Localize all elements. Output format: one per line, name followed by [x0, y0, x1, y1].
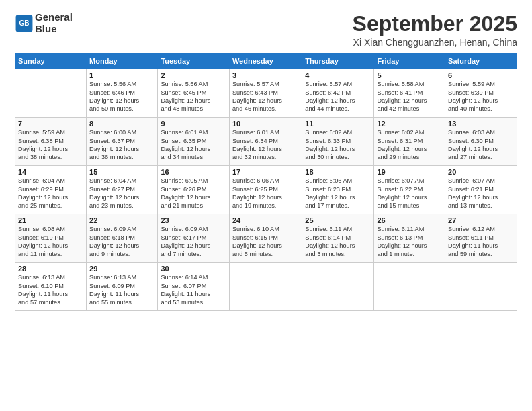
day-info: Sunrise: 5:57 AM Sunset: 6:43 PM Dayligh…: [232, 80, 299, 113]
week-row-2: 7Sunrise: 5:59 AM Sunset: 6:38 PM Daylig…: [15, 118, 517, 166]
header-saturday: Saturday: [445, 54, 517, 69]
calendar-cell: [445, 263, 517, 311]
calendar-cell: 22Sunrise: 6:09 AM Sunset: 6:18 PM Dayli…: [87, 214, 158, 263]
calendar-cell: 24Sunrise: 6:10 AM Sunset: 6:15 PM Dayli…: [229, 214, 302, 263]
day-info: Sunrise: 6:10 AM Sunset: 6:15 PM Dayligh…: [232, 225, 299, 259]
day-number: 29: [89, 265, 154, 273]
day-info: Sunrise: 6:07 AM Sunset: 6:22 PM Dayligh…: [377, 177, 442, 210]
day-number: 16: [161, 168, 226, 176]
calendar-cell: 5Sunrise: 5:58 AM Sunset: 6:41 PM Daylig…: [374, 69, 445, 118]
calendar-table: Sunday Monday Tuesday Wednesday Thursday…: [15, 53, 517, 311]
calendar-cell: 23Sunrise: 6:09 AM Sunset: 6:17 PM Dayli…: [158, 214, 230, 263]
day-number: 23: [161, 216, 226, 224]
calendar-cell: 2Sunrise: 5:56 AM Sunset: 6:45 PM Daylig…: [158, 69, 230, 118]
header-friday: Friday: [374, 54, 445, 69]
day-number: 11: [305, 120, 371, 128]
day-info: Sunrise: 5:58 AM Sunset: 6:41 PM Dayligh…: [377, 80, 442, 113]
day-info: Sunrise: 6:06 AM Sunset: 6:25 PM Dayligh…: [232, 177, 299, 210]
calendar-cell: 17Sunrise: 6:06 AM Sunset: 6:25 PM Dayli…: [229, 166, 302, 214]
day-info: Sunrise: 6:02 AM Sunset: 6:33 PM Dayligh…: [305, 128, 371, 162]
calendar-cell: 15Sunrise: 6:04 AM Sunset: 6:27 PM Dayli…: [87, 166, 158, 214]
calendar-cell: 10Sunrise: 6:01 AM Sunset: 6:34 PM Dayli…: [229, 118, 302, 166]
calendar-cell: 27Sunrise: 6:12 AM Sunset: 6:11 PM Dayli…: [445, 214, 517, 263]
calendar-cell: 29Sunrise: 6:13 AM Sunset: 6:09 PM Dayli…: [87, 263, 158, 311]
day-number: 26: [377, 216, 442, 224]
day-number: 1: [89, 71, 154, 79]
logo-line2: Blue: [35, 24, 73, 35]
calendar-cell: [229, 263, 302, 311]
day-number: 12: [377, 120, 442, 128]
day-number: 8: [89, 120, 154, 128]
day-info: Sunrise: 6:14 AM Sunset: 6:07 PM Dayligh…: [161, 273, 226, 307]
day-info: Sunrise: 6:08 AM Sunset: 6:19 PM Dayligh…: [18, 225, 83, 259]
day-info: Sunrise: 6:06 AM Sunset: 6:23 PM Dayligh…: [305, 177, 371, 210]
calendar-cell: 13Sunrise: 6:03 AM Sunset: 6:30 PM Dayli…: [445, 118, 517, 166]
calendar-cell: 8Sunrise: 6:00 AM Sunset: 6:37 PM Daylig…: [87, 118, 158, 166]
calendar-cell: 12Sunrise: 6:02 AM Sunset: 6:31 PM Dayli…: [374, 118, 445, 166]
day-info: Sunrise: 6:03 AM Sunset: 6:30 PM Dayligh…: [448, 128, 514, 162]
day-info: Sunrise: 6:07 AM Sunset: 6:21 PM Dayligh…: [448, 177, 514, 210]
day-number: 14: [18, 168, 83, 176]
day-info: Sunrise: 6:12 AM Sunset: 6:11 PM Dayligh…: [448, 225, 514, 259]
day-number: 9: [161, 120, 226, 128]
day-info: Sunrise: 6:01 AM Sunset: 6:34 PM Dayligh…: [232, 128, 299, 162]
day-info: Sunrise: 5:56 AM Sunset: 6:45 PM Dayligh…: [161, 80, 226, 113]
header-thursday: Thursday: [302, 54, 374, 69]
calendar-cell: 28Sunrise: 6:13 AM Sunset: 6:10 PM Dayli…: [15, 263, 87, 311]
day-info: Sunrise: 6:04 AM Sunset: 6:27 PM Dayligh…: [89, 177, 154, 210]
day-number: 5: [377, 71, 442, 79]
week-row-1: 1Sunrise: 5:56 AM Sunset: 6:46 PM Daylig…: [15, 69, 517, 118]
location-title: Xi Xian Chengguanzhen, Henan, China: [353, 37, 517, 48]
day-info: Sunrise: 6:05 AM Sunset: 6:26 PM Dayligh…: [161, 177, 226, 210]
calendar-cell: 7Sunrise: 5:59 AM Sunset: 6:38 PM Daylig…: [15, 118, 87, 166]
header-row: Sunday Monday Tuesday Wednesday Thursday…: [15, 54, 517, 69]
header-sunday: Sunday: [15, 54, 87, 69]
day-number: 21: [18, 216, 83, 224]
day-number: 18: [305, 168, 371, 176]
day-info: Sunrise: 5:56 AM Sunset: 6:46 PM Dayligh…: [89, 80, 154, 113]
calendar-cell: 3Sunrise: 5:57 AM Sunset: 6:43 PM Daylig…: [229, 69, 302, 118]
calendar-cell: [374, 263, 445, 311]
day-number: 30: [161, 265, 226, 273]
calendar-cell: [302, 263, 374, 311]
calendar-cell: 16Sunrise: 6:05 AM Sunset: 6:26 PM Dayli…: [158, 166, 230, 214]
calendar-cell: 20Sunrise: 6:07 AM Sunset: 6:21 PM Dayli…: [445, 166, 517, 214]
calendar-cell: 6Sunrise: 5:59 AM Sunset: 6:39 PM Daylig…: [445, 69, 517, 118]
header-wednesday: Wednesday: [229, 54, 302, 69]
calendar-cell: 26Sunrise: 6:11 AM Sunset: 6:13 PM Dayli…: [374, 214, 445, 263]
calendar-cell: 25Sunrise: 6:11 AM Sunset: 6:14 PM Dayli…: [302, 214, 374, 263]
day-info: Sunrise: 6:09 AM Sunset: 6:18 PM Dayligh…: [89, 225, 154, 259]
calendar-cell: 18Sunrise: 6:06 AM Sunset: 6:23 PM Dayli…: [302, 166, 374, 214]
day-info: Sunrise: 6:02 AM Sunset: 6:31 PM Dayligh…: [377, 128, 442, 162]
calendar-cell: 19Sunrise: 6:07 AM Sunset: 6:22 PM Dayli…: [374, 166, 445, 214]
calendar-cell: 11Sunrise: 6:02 AM Sunset: 6:33 PM Dayli…: [302, 118, 374, 166]
day-number: 3: [232, 71, 299, 79]
week-row-3: 14Sunrise: 6:04 AM Sunset: 6:29 PM Dayli…: [15, 166, 517, 214]
month-title: September 2025: [353, 12, 517, 36]
day-info: Sunrise: 6:01 AM Sunset: 6:35 PM Dayligh…: [161, 128, 226, 162]
day-number: 10: [232, 120, 299, 128]
day-info: Sunrise: 6:00 AM Sunset: 6:37 PM Dayligh…: [89, 128, 154, 162]
day-number: 28: [18, 265, 83, 273]
day-info: Sunrise: 6:13 AM Sunset: 6:09 PM Dayligh…: [89, 273, 154, 307]
calendar-cell: 30Sunrise: 6:14 AM Sunset: 6:07 PM Dayli…: [158, 263, 230, 311]
day-number: 20: [448, 168, 514, 176]
day-number: 24: [232, 216, 299, 224]
calendar-cell: 1Sunrise: 5:56 AM Sunset: 6:46 PM Daylig…: [87, 69, 158, 118]
day-number: 6: [448, 71, 514, 79]
day-number: 7: [18, 120, 83, 128]
calendar-cell: 9Sunrise: 6:01 AM Sunset: 6:35 PM Daylig…: [158, 118, 230, 166]
day-number: 17: [232, 168, 299, 176]
day-number: 22: [89, 216, 154, 224]
calendar-cell: [15, 69, 87, 118]
day-info: Sunrise: 5:59 AM Sunset: 6:38 PM Dayligh…: [18, 128, 83, 162]
day-number: 27: [448, 216, 514, 224]
calendar-cell: 4Sunrise: 5:57 AM Sunset: 6:42 PM Daylig…: [302, 69, 374, 118]
day-info: Sunrise: 6:09 AM Sunset: 6:17 PM Dayligh…: [161, 225, 226, 259]
header-tuesday: Tuesday: [158, 54, 230, 69]
week-row-4: 21Sunrise: 6:08 AM Sunset: 6:19 PM Dayli…: [15, 214, 517, 263]
day-info: Sunrise: 5:57 AM Sunset: 6:42 PM Dayligh…: [305, 80, 371, 113]
day-number: 15: [89, 168, 154, 176]
day-info: Sunrise: 6:04 AM Sunset: 6:29 PM Dayligh…: [18, 177, 83, 210]
calendar-cell: 14Sunrise: 6:04 AM Sunset: 6:29 PM Dayli…: [15, 166, 87, 214]
